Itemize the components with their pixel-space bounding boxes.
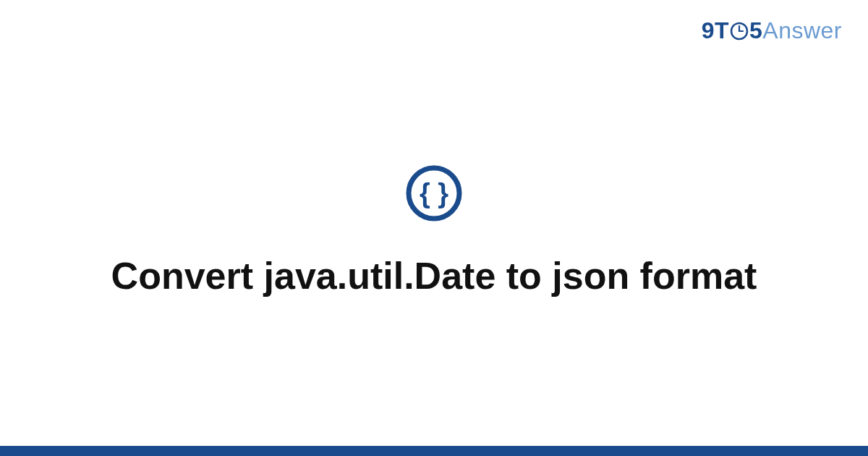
footer-accent-bar [0,446,868,456]
svg-text:{ }: { } [420,178,448,208]
main-content: { } Convert java.util.Date to json forma… [0,0,868,456]
json-category-icon: { } [405,164,463,225]
page-title: Convert java.util.Date to json format [111,253,757,300]
